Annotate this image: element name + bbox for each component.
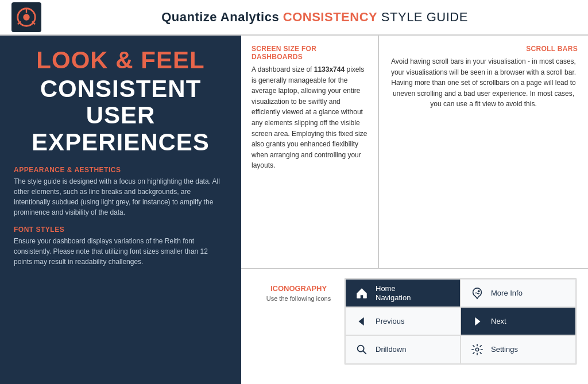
bottom-panel: ICONOGRAPHY Use the following icons Home… xyxy=(241,269,588,384)
icon-cell-home-nav: HomeNavigation xyxy=(345,279,461,307)
header-title-end: STYLE GUIDE xyxy=(381,10,468,24)
far-right-panel: SCROLL BARS Avoid having scroll bars in … xyxy=(379,36,588,268)
home-icon xyxy=(354,287,370,300)
iconography-title: ICONOGRAPHY xyxy=(253,284,345,293)
icon-cell-drilldown: Drilldown xyxy=(345,335,461,363)
svg-point-10 xyxy=(475,348,479,351)
home-nav-label: HomeNavigation xyxy=(376,284,411,302)
screen-size-heading: SCREEN SIZE FOR DASHBOARDS xyxy=(252,45,368,61)
consistent-title: CONSISTENT USER EXPERIENCES xyxy=(14,76,227,156)
more-info-icon xyxy=(469,287,485,300)
logo-icon xyxy=(16,6,37,28)
header: Quantize Analytics CONSISTENCY STYLE GUI… xyxy=(0,0,588,36)
icon-cell-next: Next xyxy=(461,307,576,335)
center-panel: SCREEN SIZE FOR DASHBOARDS A dashboard s… xyxy=(241,36,379,268)
appearance-text: The style guide is designed with a focus… xyxy=(14,176,227,218)
scroll-bars-heading: SCROLL BARS xyxy=(389,45,578,53)
svg-line-9 xyxy=(363,351,366,354)
icon-cell-previous: Previous xyxy=(345,307,461,335)
previous-icon xyxy=(354,315,370,328)
svg-marker-6 xyxy=(359,317,364,325)
svg-point-5 xyxy=(478,290,480,292)
drilldown-icon xyxy=(354,343,370,356)
font-section: FONT STYLES Ensure your dashboard displa… xyxy=(14,226,227,267)
main-content: LOOK & FEEL CONSISTENT USER EXPERIENCES … xyxy=(0,36,588,384)
title-consistent: CONSISTENT xyxy=(14,76,227,102)
iconography-label: ICONOGRAPHY Use the following icons xyxy=(253,278,345,302)
more-info-label: More Info xyxy=(491,289,523,298)
logo xyxy=(11,2,41,32)
header-title-normal: Quantize Analytics xyxy=(161,10,279,24)
font-text: Ensure your dashboard displays variation… xyxy=(14,236,227,267)
icons-grid: HomeNavigation More Info xyxy=(345,278,577,364)
right-panels: SCREEN SIZE FOR DASHBOARDS A dashboard s… xyxy=(241,36,588,384)
scroll-bars-text: Avoid having scroll bars in your visuali… xyxy=(389,56,578,110)
svg-marker-7 xyxy=(475,317,480,325)
appearance-section: APPEARANCE & AESTHETICS The style guide … xyxy=(14,166,227,218)
title-experiences: EXPERIENCES xyxy=(14,129,227,156)
icon-cell-settings: Settings xyxy=(461,335,576,363)
title-user: USER xyxy=(14,102,227,129)
font-heading: FONT STYLES xyxy=(14,226,227,234)
previous-label: Previous xyxy=(376,317,405,326)
appearance-heading: APPEARANCE & AESTHETICS xyxy=(14,166,227,174)
next-label: Next xyxy=(491,317,506,326)
svg-point-1 xyxy=(23,14,29,20)
settings-label: Settings xyxy=(491,345,518,354)
page-wrapper: Quantize Analytics CONSISTENCY STYLE GUI… xyxy=(0,0,588,384)
next-icon xyxy=(469,315,485,328)
iconography-subtitle: Use the following icons xyxy=(253,295,345,302)
settings-icon xyxy=(469,343,485,356)
top-panels: SCREEN SIZE FOR DASHBOARDS A dashboard s… xyxy=(241,36,588,269)
screen-size-text: A dashboard size of 1133x744 pixels is g… xyxy=(252,64,368,171)
left-panel: LOOK & FEEL CONSISTENT USER EXPERIENCES … xyxy=(0,36,241,384)
icon-cell-more-info: More Info xyxy=(461,279,576,307)
drilldown-label: Drilldown xyxy=(376,345,406,354)
look-feel-title: LOOK & FEEL xyxy=(14,47,227,73)
header-title-accent: CONSISTENCY xyxy=(283,10,377,24)
header-title: Quantize Analytics CONSISTENCY STYLE GUI… xyxy=(53,10,577,25)
